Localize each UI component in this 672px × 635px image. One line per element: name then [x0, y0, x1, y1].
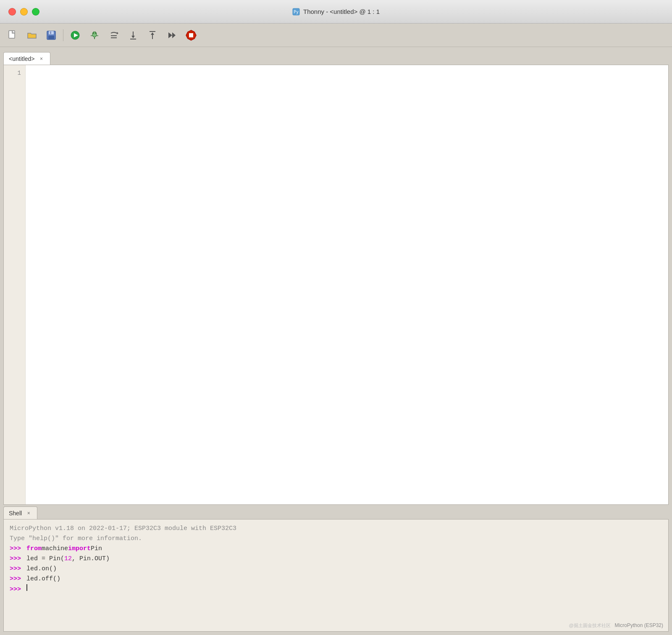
shell-cmd-line-4: >>> led.off(): [10, 574, 662, 584]
shell-tab-label: Shell: [9, 510, 22, 517]
titlebar: Py Thonny - <untitled> @ 1 : 1: [0, 0, 672, 24]
editor-tab-untitled[interactable]: <untitled> ×: [3, 52, 50, 65]
svg-text:Py: Py: [294, 10, 299, 14]
window-title: Py Thonny - <untitled> @ 1 : 1: [292, 8, 380, 16]
svg-marker-27: [172, 32, 176, 38]
shell-prompt-2: >>>: [10, 554, 25, 564]
svg-point-14: [95, 32, 97, 34]
shell-tab-close[interactable]: ×: [25, 510, 32, 517]
shell-cmd-line-2: >>> led = Pin( 12 , Pin.OUT): [10, 554, 662, 564]
step-over-button[interactable]: [105, 27, 122, 44]
shell-status-bar: @掘土圆金技术社区 MicroPython (ESP32): [569, 622, 663, 629]
shell-info-line-1: MicroPython v1.18 on 2022-01-17; ESP32C3…: [10, 524, 662, 534]
shell-tab[interactable]: Shell ×: [3, 506, 37, 519]
shell-cursor: [26, 584, 27, 591]
debug-icon: [89, 30, 100, 41]
svg-rect-29: [189, 33, 193, 37]
svg-marker-17: [117, 32, 118, 34]
shell-section: Shell × MicroPython v1.18 on 2022-01-17;…: [0, 505, 672, 635]
save-file-button[interactable]: [43, 27, 60, 44]
new-file-button[interactable]: [4, 27, 21, 44]
step-into-button[interactable]: [125, 27, 142, 44]
editor-tab-bar: <untitled> ×: [3, 50, 669, 65]
editor-section: <untitled> × 1: [0, 47, 672, 505]
line-number-1: 1: [13, 68, 21, 78]
shell-prompt-4: >>>: [10, 574, 25, 584]
shell-keyword-from: from: [26, 544, 42, 554]
svg-rect-2: [9, 31, 15, 38]
shell-prompt-active: >>>: [10, 585, 25, 595]
maximize-button[interactable]: [32, 8, 39, 16]
svg-point-13: [92, 32, 94, 34]
svg-marker-24: [151, 32, 154, 35]
step-out-button[interactable]: [144, 27, 161, 44]
shell-cmd-line-3: >>> led.on(): [10, 564, 662, 574]
stop-button[interactable]: [183, 27, 200, 44]
run-icon: [70, 30, 81, 41]
editor-panel: 1: [3, 65, 669, 505]
debug-button[interactable]: [86, 27, 103, 44]
resume-icon: [166, 30, 177, 41]
line-numbers: 1: [4, 65, 26, 504]
close-button[interactable]: [8, 8, 16, 16]
shell-info-text-1: MicroPython v1.18 on 2022-01-17; ESP32C3…: [10, 524, 236, 534]
svg-rect-6: [50, 31, 51, 34]
resume-button[interactable]: [163, 27, 180, 44]
toolbar: [0, 24, 672, 47]
shell-info-text-2: Type "help()" for more information.: [10, 534, 142, 544]
shell-status-text: @掘土圆金技术社区 MicroPython (ESP32): [569, 622, 663, 628]
shell-info-line-2: Type "help()" for more information.: [10, 534, 662, 544]
editor-tab-label: <untitled>: [9, 55, 35, 62]
step-out-icon: [147, 30, 158, 41]
editor-tab-close[interactable]: ×: [38, 55, 45, 62]
svg-marker-21: [131, 36, 135, 38]
new-file-icon: [7, 30, 18, 41]
code-editor[interactable]: [26, 65, 668, 504]
shell-tab-bar: Shell ×: [3, 505, 669, 519]
window-controls[interactable]: [8, 8, 39, 16]
save-file-icon: [46, 30, 57, 41]
watermark: @掘土圆金技术社区: [569, 623, 610, 628]
open-file-icon: [26, 30, 37, 41]
svg-rect-5: [48, 36, 54, 39]
step-into-icon: [128, 30, 139, 41]
toolbar-separator-1: [63, 29, 63, 41]
shell-panel[interactable]: MicroPython v1.18 on 2022-01-17; ESP32C3…: [3, 519, 669, 632]
svg-marker-26: [168, 32, 172, 38]
open-file-button[interactable]: [24, 27, 40, 44]
app-icon: Py: [292, 8, 300, 16]
shell-keyword-import: import: [68, 544, 91, 554]
shell-active-prompt[interactable]: >>>: [10, 584, 662, 595]
shell-output: MicroPython v1.18 on 2022-01-17; ESP32C3…: [4, 520, 668, 631]
shell-prompt-1: >>>: [10, 544, 25, 554]
main-area: <untitled> × 1 Shell × MicroPython v1.18…: [0, 47, 672, 635]
shell-number-12: 12: [64, 554, 72, 564]
minimize-button[interactable]: [20, 8, 28, 16]
shell-cmd-line-1: >>> from machine import Pin: [10, 544, 662, 554]
step-over-icon: [108, 30, 119, 41]
stop-icon: [185, 29, 197, 41]
run-button[interactable]: [67, 27, 84, 44]
shell-prompt-3: >>>: [10, 564, 25, 574]
